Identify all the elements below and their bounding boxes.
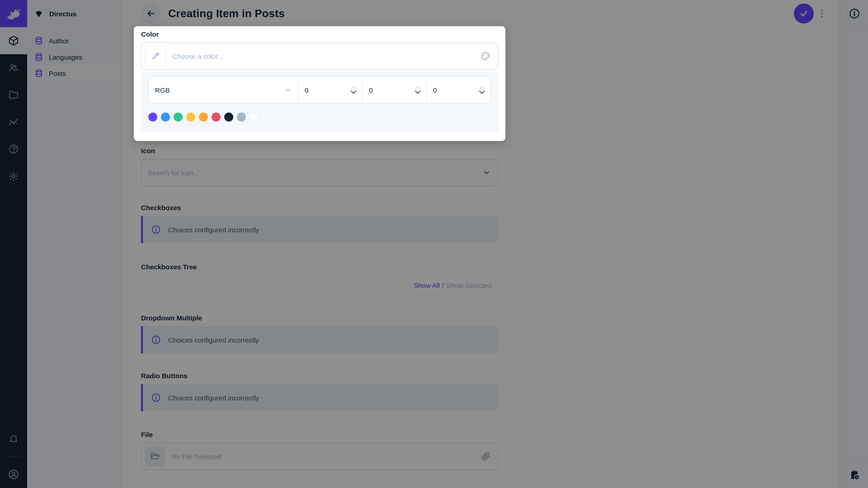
color-mode-value: RGB	[155, 86, 284, 94]
chevron-down-icon[interactable]	[414, 90, 421, 94]
swatch-red[interactable]	[212, 112, 221, 122]
swatch-green[interactable]	[174, 112, 183, 122]
chevron-up-icon[interactable]	[479, 86, 485, 90]
color-mode-select[interactable]: RGB	[149, 77, 298, 103]
blue-value: 0	[433, 86, 479, 94]
eyedropper-icon	[151, 52, 160, 61]
color-placeholder: Choose a color...	[172, 52, 480, 60]
swatch-yellow[interactable]	[186, 112, 195, 122]
color-field-popover: Color Choose a color... RGB	[134, 26, 505, 141]
swatch-purple[interactable]	[148, 112, 157, 122]
color-swatches	[148, 112, 491, 122]
swatch-gray[interactable]	[237, 112, 246, 122]
chevron-down-icon[interactable]	[350, 90, 357, 94]
swatch-orange[interactable]	[199, 112, 208, 122]
red-value: 0	[305, 86, 350, 94]
chevron-up-icon[interactable]	[350, 86, 357, 90]
blue-stepper[interactable]	[479, 86, 485, 94]
directus-app: Directus Author Languages Posts	[0, 0, 868, 488]
eyedropper-button[interactable]	[145, 46, 166, 66]
blue-value-input[interactable]: 0	[427, 77, 491, 103]
chevron-up-icon[interactable]	[414, 86, 421, 90]
color-input[interactable]: Choose a color...	[141, 42, 498, 70]
swatch-white[interactable]	[250, 112, 258, 122]
chevron-down-icon[interactable]	[479, 90, 485, 94]
swatch-black[interactable]	[224, 112, 233, 122]
palette-icon[interactable]	[480, 51, 491, 61]
chevron-down-icon	[284, 86, 291, 94]
red-value-input[interactable]: 0	[298, 77, 363, 103]
color-picker-menu: RGB 0 0	[141, 72, 498, 132]
red-stepper[interactable]	[350, 86, 357, 94]
swatch-blue[interactable]	[161, 112, 170, 122]
field-label: Color	[141, 30, 498, 39]
green-value-input[interactable]: 0	[363, 77, 427, 103]
color-mode-row: RGB 0 0	[148, 76, 491, 103]
green-value: 0	[369, 86, 414, 94]
green-stepper[interactable]	[414, 86, 421, 94]
